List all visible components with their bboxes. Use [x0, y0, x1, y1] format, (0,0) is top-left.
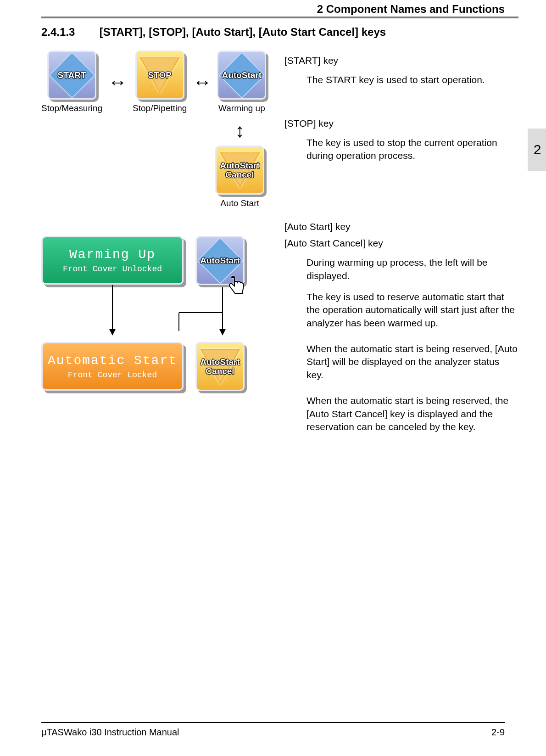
autostart-key[interactable]: AutoStart — [217, 50, 266, 100]
caption-stop-pipetting: Stop/Pipetting — [133, 103, 187, 113]
caption-stop-measuring: Stop/Measuring — [41, 103, 102, 113]
desc-stop-heading: [STOP] key — [284, 117, 518, 130]
status-warming-up[interactable]: Warming Up Front Cover Unlocked — [41, 236, 184, 285]
stop-key[interactable]: STOP — [135, 50, 184, 100]
autostart-cancel-2-l2: Cancel — [206, 366, 234, 376]
start-key[interactable]: START — [47, 50, 96, 100]
desc-start-heading: [START] key — [284, 54, 518, 67]
desc-start-body: The START key is used to start operation… — [306, 73, 518, 86]
caption-warming-up: Warming up — [218, 103, 265, 113]
status-automatic-start[interactable]: Automatic Start Front Cover Locked — [41, 342, 184, 391]
arrow-icon: ↔ — [192, 71, 212, 93]
status-warming-l2: Front Cover Unlocked — [63, 264, 162, 274]
chapter-header: 2 Component Names and Functions — [317, 3, 505, 16]
desc-auto-p4: When the automatic start is being reserv… — [306, 394, 518, 433]
section-title: 2.4.1.3 [START], [STOP], [Auto Start], [… — [41, 26, 386, 39]
arrow-icon: ↔ — [108, 71, 127, 93]
svg-marker-7 — [219, 329, 226, 336]
autostart-cancel-key[interactable]: AutoStart Cancel — [215, 146, 264, 195]
desc-autostart-heading: [Auto Start] key — [284, 220, 518, 233]
footer-left: µTASWako i30 Instruction Manual — [41, 727, 179, 738]
autostart-cancel-key-2[interactable]: AutoStart Cancel — [195, 342, 245, 391]
status-auto-l1: Automatic Start — [48, 353, 177, 368]
stop-key-label: STOP — [148, 71, 172, 80]
hand-pointer-icon — [225, 275, 248, 298]
svg-marker-1 — [109, 329, 116, 336]
start-key-label: START — [58, 71, 86, 80]
autostart-key-label: AutoStart — [222, 71, 262, 80]
desc-autostart-cancel-heading: [Auto Start Cancel] key — [284, 237, 518, 250]
caption-auto-start: Auto Start — [220, 198, 259, 208]
footer-rule — [41, 722, 505, 723]
desc-auto-p3: When the automatic start is being reserv… — [306, 342, 518, 381]
chapter-tab: 2 — [528, 129, 546, 171]
section-heading: [START], [STOP], [Auto Start], [Auto Sta… — [100, 26, 386, 38]
autostart-cancel-l1: AutoStart — [220, 161, 260, 170]
footer-right: 2-9 — [491, 727, 505, 738]
status-auto-l2: Front Cover Locked — [68, 370, 157, 380]
header-rule — [41, 17, 518, 18]
status-warming-l1: Warming Up — [69, 247, 156, 262]
desc-auto-p1: During warming up process, the left will… — [306, 256, 518, 282]
arrow-icon: ↕ — [235, 120, 245, 142]
desc-stop-body: The key is used to stop the current oper… — [306, 136, 518, 162]
autostart-key-2-label: AutoStart — [200, 256, 240, 265]
autostart-cancel-2-l1: AutoStart — [200, 357, 240, 367]
desc-auto-p2: The key is used to reserve automatic sta… — [306, 291, 518, 330]
autostart-cancel-l2: Cancel — [225, 170, 254, 179]
flow-arrows — [41, 285, 257, 340]
section-number: 2.4.1.3 — [41, 26, 96, 39]
